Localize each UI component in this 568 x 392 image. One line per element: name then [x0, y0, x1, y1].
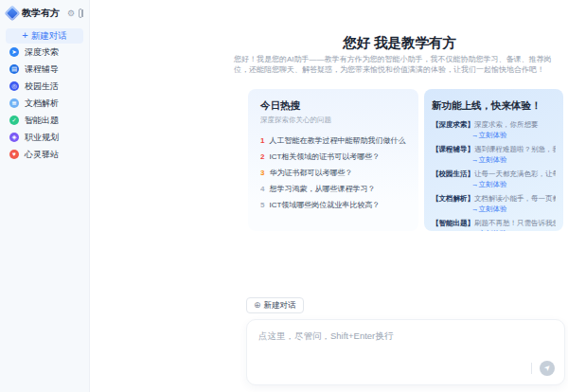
sidebar-item[interactable]: ◈ 职业规划: [0, 129, 89, 146]
feature-description: 文档解读小能手，每一页都轻...: [474, 194, 556, 203]
sidebar-nav: ➤ 深度求索 ▤ 课程辅导 ◎ 校园生活 ≣ 文档解析: [0, 44, 89, 163]
feature-tag: 【深度求索】: [432, 120, 474, 129]
sidebar-item[interactable]: ➤ 深度求索: [0, 44, 89, 61]
hot-card-title: 今日热搜: [260, 99, 406, 113]
hot-rank-number: 4: [260, 185, 264, 193]
feature-line: 【文档解析】文档解读小能手，每一页都轻...: [432, 194, 556, 204]
hot-rank-number: 5: [260, 201, 264, 209]
composer-new-chat-button[interactable]: ⊕ 新建对话: [246, 297, 304, 313]
greeting-title: 您好 我是教学有方: [234, 34, 565, 52]
features-list: 【深度求索】深度求索，你所想要 →立刻体验 【课程辅导】遇到课程难题啦？别急，我…: [432, 120, 556, 231]
feature-description: 遇到课程难题啦？别急，我在...: [474, 145, 556, 153]
app-logo-icon: [5, 6, 21, 22]
message-input[interactable]: [247, 320, 564, 384]
feature-item: 【校园生活】让每一天都充满色彩，让每一... →立刻体验: [432, 169, 556, 189]
sidebar-item-label: 职业规划: [25, 132, 59, 144]
hot-search-item[interactable]: 5 ICT领域哪些岗位就业率比较高？: [260, 200, 406, 210]
features-card-title: 新功能上线，快来体验！: [432, 99, 556, 113]
feature-line: 【课程辅导】遇到课程难题啦？别急，我在...: [432, 145, 556, 154]
feature-description: 让每一天都充满色彩，让每一...: [474, 169, 556, 178]
feature-try-now-link[interactable]: →立刻体验: [471, 131, 556, 140]
hot-search-item[interactable]: 4 想学习鸿蒙，从哪些课程学习？: [260, 184, 406, 194]
hot-item-text: ICT领域哪些岗位就业率比较高？: [269, 200, 380, 210]
sidebar-item-icon: ♥: [9, 150, 19, 159]
sidebar-item-icon: ◈: [9, 133, 19, 142]
feature-line: 【校园生活】让每一天都充满色彩，让每一...: [432, 169, 556, 179]
hot-search-item[interactable]: 1 人工智能在教学过程中能帮助我们做什么？: [260, 135, 406, 146]
send-divider: [531, 363, 532, 374]
sidebar-item-icon: ➤: [9, 47, 19, 57]
hot-rank-number: 1: [260, 136, 264, 145]
sidebar-item-icon: ≣: [9, 98, 19, 108]
sidebar-item[interactable]: ♥ 心灵驿站: [0, 146, 89, 163]
send-button[interactable]: ➤: [540, 361, 555, 376]
hot-rank-number: 2: [260, 152, 264, 161]
hot-item-text: 想学习鸿蒙，从哪些课程学习？: [269, 184, 375, 194]
sidebar-item[interactable]: ▤ 课程辅导: [0, 61, 89, 78]
sidebar-item-label: 心灵驿站: [25, 149, 59, 161]
app-title: 教学有方: [22, 7, 60, 20]
hot-search-card: 今日热搜 深度探索你关心的问题 1 人工智能在教学过程中能帮助我们做什么？ 2: [248, 89, 418, 231]
sidebar-new-chat-label: 新建对话: [31, 30, 67, 43]
message-input-container: ➤: [246, 319, 565, 385]
feature-try-now-link[interactable]: →立刻体验: [471, 229, 556, 231]
sidebar-item-label: 课程辅导: [25, 63, 59, 76]
hot-card-subtitle: 深度探索你关心的问题: [260, 116, 406, 125]
settings-gear-icon[interactable]: ⚙: [67, 9, 75, 18]
send-area: ➤: [531, 361, 555, 376]
paper-plane-icon: ➤: [542, 363, 552, 372]
sidebar-header: 教学有方 ⚙: [0, 0, 89, 27]
feature-item: 【深度求索】深度求索，你所想要 →立刻体验: [432, 120, 556, 140]
sidebar-item[interactable]: ✓ 智能出题: [0, 112, 89, 129]
sidebar-new-chat-button[interactable]: + 新建对话: [6, 28, 83, 44]
feature-try-now-link[interactable]: →立刻体验: [471, 180, 556, 189]
plus-icon: +: [22, 30, 27, 41]
sidebar-item-label: 智能出题: [25, 115, 59, 127]
hot-search-item[interactable]: 3 华为证书都可以考哪些？: [260, 168, 406, 178]
sidebar-item-label: 校园生活: [25, 80, 59, 93]
feature-try-now-link[interactable]: →立刻体验: [471, 205, 556, 214]
hot-rank-number: 3: [260, 169, 264, 177]
sidebar-item-label: 深度求索: [25, 46, 59, 59]
sidebar-item[interactable]: ◎ 校园生活: [0, 78, 89, 95]
feature-description: 深度求索，你所想要: [474, 120, 539, 129]
hot-search-item[interactable]: 2 ICT相关领域的证书可以考哪些？: [260, 151, 406, 162]
sidebar-item-icon: ✓: [9, 116, 19, 125]
new-features-card: 新功能上线，快来体验！ 【深度求索】深度求索，你所想要 →立刻体验 【课程辅导】…: [424, 89, 563, 231]
feature-item: 【文档解析】文档解读小能手，每一页都轻... →立刻体验: [432, 194, 556, 214]
feature-tag: 【文档解析】: [432, 194, 474, 203]
feature-item: 【智能出题】刷题不再愁！只需告诉我您的... →立刻体验: [432, 219, 556, 231]
feature-line: 【深度求索】深度求索，你所想要: [432, 120, 556, 130]
collapse-sidebar-icon[interactable]: [79, 9, 82, 18]
feature-description: 刷题不再愁！只需告诉我您的...: [474, 219, 556, 227]
feature-try-now-link[interactable]: →立刻体验: [471, 155, 556, 165]
sidebar-item[interactable]: ≣ 文档解析: [0, 95, 89, 112]
cards-row: 今日热搜 深度探索你关心的问题 1 人工智能在教学过程中能帮助我们做什么？ 2: [248, 89, 563, 231]
circled-plus-icon: ⊕: [254, 301, 261, 310]
feature-line: 【智能出题】刷题不再愁！只需告诉我您的...: [432, 219, 556, 228]
hot-item-text: ICT相关领域的证书可以考哪些？: [269, 151, 380, 162]
content-column: 您好 我是教学有方 您好！我是您的AI助手——教学有方作为您的智能小助手，我不仅…: [234, 28, 565, 392]
composer-new-chat-label: 新建对话: [264, 300, 296, 312]
feature-item: 【课程辅导】遇到课程难题啦？别急，我在... →立刻体验: [432, 145, 556, 165]
sidebar-item-label: 文档解析: [25, 98, 59, 110]
greeting-description: 您好！我是您的AI助手——教学有方作为您的智能小助手，我不仅能协助您学习、备课、…: [234, 54, 565, 75]
feature-tag: 【智能出题】: [432, 219, 474, 227]
sidebar-item-icon: ▤: [9, 64, 19, 74]
sidebar: 教学有方 ⚙ + 新建对话 ➤ 深度求索 ▤ 课程辅导: [0, 0, 90, 392]
hot-item-text: 华为证书都可以考哪些？: [269, 168, 352, 178]
main-area: 您好 我是教学有方 您好！我是您的AI助手——教学有方作为您的智能小助手，我不仅…: [90, 0, 568, 392]
hot-item-text: 人工智能在教学过程中能帮助我们做什么？: [269, 135, 406, 146]
app-window: 教学有方 ⚙ + 新建对话 ➤ 深度求索 ▤ 课程辅导: [0, 0, 568, 392]
sidebar-item-icon: ◎: [9, 81, 19, 91]
feature-tag: 【课程辅导】: [432, 145, 474, 153]
hot-search-list: 1 人工智能在教学过程中能帮助我们做什么？ 2 ICT相关领域的证书可以考哪些？…: [260, 135, 406, 210]
feature-tag: 【校园生活】: [432, 169, 474, 178]
